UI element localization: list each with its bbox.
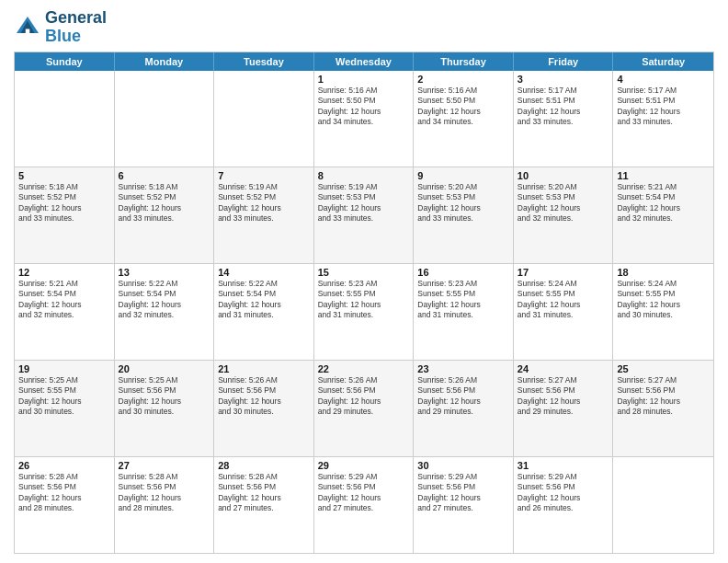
- day-cell-8: 8Sunrise: 5:19 AM Sunset: 5:53 PM Daylig…: [314, 167, 415, 263]
- day-info: Sunrise: 5:17 AM Sunset: 5:51 PM Dayligh…: [617, 86, 710, 128]
- day-info: Sunrise: 5:20 AM Sunset: 5:53 PM Dayligh…: [518, 182, 609, 224]
- day-cell-2: 2Sunrise: 5:16 AM Sunset: 5:50 PM Daylig…: [414, 71, 514, 167]
- day-cell-5: 5Sunrise: 5:18 AM Sunset: 5:52 PM Daylig…: [15, 167, 115, 263]
- day-info: Sunrise: 5:17 AM Sunset: 5:51 PM Dayligh…: [518, 86, 609, 128]
- svg-rect-2: [26, 29, 30, 33]
- week-row-5: 26Sunrise: 5:28 AM Sunset: 5:56 PM Dayli…: [15, 456, 713, 553]
- day-cell-11: 11Sunrise: 5:21 AM Sunset: 5:54 PM Dayli…: [613, 167, 713, 263]
- day-cell-19: 19Sunrise: 5:25 AM Sunset: 5:55 PM Dayli…: [15, 361, 115, 456]
- day-info: Sunrise: 5:19 AM Sunset: 5:52 PM Dayligh…: [218, 182, 310, 224]
- day-cell-26: 26Sunrise: 5:28 AM Sunset: 5:56 PM Dayli…: [15, 457, 115, 553]
- day-number: 16: [417, 267, 509, 278]
- header-day-monday: Monday: [115, 52, 215, 71]
- empty-cell: [115, 71, 215, 167]
- day-cell-20: 20Sunrise: 5:25 AM Sunset: 5:56 PM Dayli…: [115, 361, 215, 456]
- calendar-body: 1Sunrise: 5:16 AM Sunset: 5:50 PM Daylig…: [15, 71, 713, 553]
- day-cell-13: 13Sunrise: 5:22 AM Sunset: 5:54 PM Dayli…: [115, 264, 215, 360]
- day-number: 6: [119, 170, 210, 181]
- day-number: 10: [518, 170, 609, 181]
- day-number: 28: [218, 460, 310, 471]
- day-number: 12: [18, 267, 110, 278]
- day-number: 7: [218, 170, 310, 181]
- day-cell-1: 1Sunrise: 5:16 AM Sunset: 5:50 PM Daylig…: [314, 71, 415, 167]
- day-number: 27: [119, 460, 210, 471]
- day-info: Sunrise: 5:21 AM Sunset: 5:54 PM Dayligh…: [18, 279, 110, 321]
- day-info: Sunrise: 5:21 AM Sunset: 5:54 PM Dayligh…: [617, 182, 710, 224]
- day-cell-3: 3Sunrise: 5:17 AM Sunset: 5:51 PM Daylig…: [514, 71, 614, 167]
- day-cell-17: 17Sunrise: 5:24 AM Sunset: 5:55 PM Dayli…: [514, 264, 614, 360]
- day-cell-27: 27Sunrise: 5:28 AM Sunset: 5:56 PM Dayli…: [115, 457, 215, 553]
- day-number: 25: [617, 363, 710, 374]
- day-number: 13: [119, 267, 210, 278]
- day-info: Sunrise: 5:16 AM Sunset: 5:50 PM Dayligh…: [318, 86, 410, 128]
- day-number: 20: [119, 363, 210, 374]
- day-info: Sunrise: 5:22 AM Sunset: 5:54 PM Dayligh…: [218, 279, 310, 321]
- day-info: Sunrise: 5:16 AM Sunset: 5:50 PM Dayligh…: [417, 86, 509, 128]
- day-cell-25: 25Sunrise: 5:27 AM Sunset: 5:56 PM Dayli…: [613, 361, 713, 456]
- day-number: 8: [318, 170, 410, 181]
- day-number: 29: [318, 460, 410, 471]
- logo: General Blue: [14, 9, 107, 46]
- day-cell-15: 15Sunrise: 5:23 AM Sunset: 5:55 PM Dayli…: [314, 264, 415, 360]
- day-cell-4: 4Sunrise: 5:17 AM Sunset: 5:51 PM Daylig…: [613, 71, 713, 167]
- day-info: Sunrise: 5:18 AM Sunset: 5:52 PM Dayligh…: [119, 182, 210, 224]
- header-day-friday: Friday: [514, 52, 614, 71]
- day-info: Sunrise: 5:29 AM Sunset: 5:56 PM Dayligh…: [518, 472, 609, 514]
- day-cell-14: 14Sunrise: 5:22 AM Sunset: 5:54 PM Dayli…: [214, 264, 314, 360]
- day-cell-10: 10Sunrise: 5:20 AM Sunset: 5:53 PM Dayli…: [514, 167, 614, 263]
- calendar-header: SundayMondayTuesdayWednesdayThursdayFrid…: [15, 52, 713, 71]
- day-info: Sunrise: 5:29 AM Sunset: 5:56 PM Dayligh…: [417, 472, 509, 514]
- day-info: Sunrise: 5:26 AM Sunset: 5:56 PM Dayligh…: [318, 375, 410, 418]
- day-number: 11: [617, 170, 710, 181]
- day-info: Sunrise: 5:28 AM Sunset: 5:56 PM Dayligh…: [218, 472, 310, 514]
- day-number: 24: [518, 363, 609, 374]
- day-cell-16: 16Sunrise: 5:23 AM Sunset: 5:55 PM Dayli…: [414, 264, 514, 360]
- header-day-thursday: Thursday: [414, 52, 514, 71]
- week-row-1: 1Sunrise: 5:16 AM Sunset: 5:50 PM Daylig…: [15, 71, 713, 167]
- day-cell-9: 9Sunrise: 5:20 AM Sunset: 5:53 PM Daylig…: [414, 167, 514, 263]
- page: General Blue SundayMondayTuesdayWednesda…: [0, 0, 728, 563]
- day-cell-29: 29Sunrise: 5:29 AM Sunset: 5:56 PM Dayli…: [314, 457, 415, 553]
- day-number: 23: [417, 363, 509, 374]
- day-number: 5: [18, 170, 110, 181]
- logo-icon: [14, 14, 41, 41]
- day-cell-31: 31Sunrise: 5:29 AM Sunset: 5:56 PM Dayli…: [514, 457, 614, 553]
- day-number: 2: [417, 74, 509, 85]
- day-info: Sunrise: 5:24 AM Sunset: 5:55 PM Dayligh…: [518, 279, 609, 321]
- day-number: 19: [18, 363, 110, 374]
- day-info: Sunrise: 5:26 AM Sunset: 5:56 PM Dayligh…: [417, 375, 509, 418]
- day-number: 31: [518, 460, 609, 471]
- day-number: 26: [18, 460, 110, 471]
- day-number: 1: [318, 74, 410, 85]
- day-cell-23: 23Sunrise: 5:26 AM Sunset: 5:56 PM Dayli…: [414, 361, 514, 456]
- header-day-sunday: Sunday: [15, 52, 115, 71]
- day-number: 17: [518, 267, 609, 278]
- empty-cell: [15, 71, 115, 167]
- day-info: Sunrise: 5:25 AM Sunset: 5:55 PM Dayligh…: [18, 375, 110, 418]
- day-number: 14: [218, 267, 310, 278]
- day-number: 30: [417, 460, 509, 471]
- day-number: 18: [617, 267, 710, 278]
- day-info: Sunrise: 5:27 AM Sunset: 5:56 PM Dayligh…: [617, 375, 710, 418]
- day-info: Sunrise: 5:20 AM Sunset: 5:53 PM Dayligh…: [417, 182, 509, 224]
- day-info: Sunrise: 5:28 AM Sunset: 5:56 PM Dayligh…: [18, 472, 110, 514]
- day-info: Sunrise: 5:29 AM Sunset: 5:56 PM Dayligh…: [318, 472, 410, 514]
- day-cell-7: 7Sunrise: 5:19 AM Sunset: 5:52 PM Daylig…: [214, 167, 314, 263]
- day-info: Sunrise: 5:18 AM Sunset: 5:52 PM Dayligh…: [18, 182, 110, 224]
- calendar: SundayMondayTuesdayWednesdayThursdayFrid…: [14, 52, 714, 554]
- day-info: Sunrise: 5:23 AM Sunset: 5:55 PM Dayligh…: [318, 279, 410, 321]
- day-number: 22: [318, 363, 410, 374]
- day-cell-12: 12Sunrise: 5:21 AM Sunset: 5:54 PM Dayli…: [15, 264, 115, 360]
- day-info: Sunrise: 5:27 AM Sunset: 5:56 PM Dayligh…: [518, 375, 609, 418]
- day-cell-6: 6Sunrise: 5:18 AM Sunset: 5:52 PM Daylig…: [115, 167, 215, 263]
- empty-cell: [613, 457, 713, 553]
- day-cell-24: 24Sunrise: 5:27 AM Sunset: 5:56 PM Dayli…: [514, 361, 614, 456]
- day-cell-18: 18Sunrise: 5:24 AM Sunset: 5:55 PM Dayli…: [613, 264, 713, 360]
- header: General Blue: [14, 9, 714, 46]
- day-number: 4: [617, 74, 710, 85]
- week-row-2: 5Sunrise: 5:18 AM Sunset: 5:52 PM Daylig…: [15, 167, 713, 263]
- header-day-wednesday: Wednesday: [314, 52, 415, 71]
- header-day-tuesday: Tuesday: [214, 52, 314, 71]
- day-cell-21: 21Sunrise: 5:26 AM Sunset: 5:56 PM Dayli…: [214, 361, 314, 456]
- day-number: 21: [218, 363, 310, 374]
